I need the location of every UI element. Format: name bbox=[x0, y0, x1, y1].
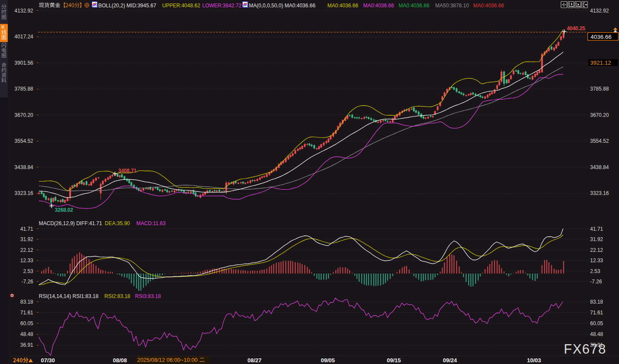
svg-text:3268.02: 3268.02 bbox=[55, 207, 73, 213]
svg-text:3670.20: 3670.20 bbox=[590, 112, 609, 118]
svg-text:MA0:4036.66: MA0:4036.66 bbox=[327, 3, 358, 9]
svg-text:22.12: 22.12 bbox=[590, 247, 603, 253]
svg-text:36.91: 36.91 bbox=[20, 342, 33, 348]
svg-text:10/03: 10/03 bbox=[527, 357, 541, 364]
svg-text:09/24: 09/24 bbox=[443, 357, 457, 364]
svg-text:3438.84: 3438.84 bbox=[15, 164, 34, 170]
svg-text:09/15: 09/15 bbox=[387, 357, 401, 364]
svg-text:MACD(26,12,9) DIFF:41.71: MACD(26,12,9) DIFF:41.71 bbox=[39, 220, 102, 226]
svg-text:3921.12: 3921.12 bbox=[590, 60, 611, 66]
svg-text:36.91: 36.91 bbox=[590, 342, 603, 348]
svg-text:3438.84: 3438.84 bbox=[590, 164, 609, 170]
svg-text:60.05: 60.05 bbox=[590, 320, 603, 326]
svg-text:MA0:4036.66: MA0:4036.66 bbox=[473, 3, 504, 9]
svg-text:2.53: 2.53 bbox=[590, 268, 600, 274]
svg-text:3785.88: 3785.88 bbox=[590, 86, 609, 92]
svg-text:08/27: 08/27 bbox=[248, 357, 262, 364]
svg-text:12.33: 12.33 bbox=[590, 257, 603, 264]
svg-text:3554.52: 3554.52 bbox=[590, 138, 609, 144]
svg-text:BOLL(20,2) MID:3945.67: BOLL(20,2) MID:3945.67 bbox=[98, 3, 156, 9]
svg-text:08/08: 08/08 bbox=[113, 357, 127, 364]
svg-text:LOWER:3842.72: LOWER:3842.72 bbox=[202, 3, 242, 9]
svg-text:31.92: 31.92 bbox=[20, 236, 33, 242]
svg-text:22.12: 22.12 bbox=[20, 247, 33, 253]
svg-text:83.18: 83.18 bbox=[590, 299, 603, 305]
svg-text:MA(0,0,0,50,0) MA0:4036.66: MA(0,0,0,50,0) MA0:4036.66 bbox=[249, 3, 315, 9]
svg-text:41.71: 41.71 bbox=[590, 226, 603, 232]
svg-text:3670.20: 3670.20 bbox=[15, 112, 34, 118]
svg-text:3554.52: 3554.52 bbox=[15, 138, 34, 144]
svg-text:12.33: 12.33 bbox=[20, 257, 33, 264]
svg-text:DEA:35.90: DEA:35.90 bbox=[105, 220, 130, 226]
svg-text:4036.66: 4036.66 bbox=[591, 34, 612, 40]
svg-text:41.71: 41.71 bbox=[20, 226, 33, 232]
svg-text:3785.88: 3785.88 bbox=[15, 86, 34, 92]
svg-text:MA0:4036.66: MA0:4036.66 bbox=[363, 3, 394, 9]
svg-text:48.48: 48.48 bbox=[20, 331, 33, 337]
svg-text:71.61: 71.61 bbox=[590, 310, 603, 316]
svg-text:2.53: 2.53 bbox=[23, 268, 34, 274]
svg-text:4132.92: 4132.92 bbox=[15, 8, 34, 14]
svg-text:RSI3:83.18: RSI3:83.18 bbox=[135, 293, 161, 299]
svg-text:3901.56: 3901.56 bbox=[15, 60, 34, 66]
svg-text:07/30: 07/30 bbox=[41, 357, 55, 364]
svg-text:4040.25: 4040.25 bbox=[567, 25, 585, 31]
svg-text:-7.26: -7.26 bbox=[22, 279, 34, 285]
svg-text:UPPER:4048.62: UPPER:4048.62 bbox=[162, 3, 200, 9]
svg-text:2025/08/12 06:00~10:00: 2025/08/12 06:00~10:00 bbox=[137, 357, 198, 363]
svg-text:4017.24: 4017.24 bbox=[15, 34, 34, 40]
svg-text:RSI(14,14,14) RSI1:83.18: RSI(14,14,14) RSI1:83.18 bbox=[39, 293, 98, 299]
svg-text:4132.92: 4132.92 bbox=[590, 8, 609, 14]
svg-text:09/05: 09/05 bbox=[321, 357, 335, 364]
svg-text:60.05: 60.05 bbox=[20, 320, 33, 326]
svg-text:MA50:3878.10: MA50:3878.10 bbox=[435, 3, 469, 9]
svg-text:71.61: 71.61 bbox=[20, 310, 33, 316]
svg-text:-7.26: -7.26 bbox=[590, 279, 602, 285]
svg-text:RSI2:83.18: RSI2:83.18 bbox=[104, 293, 130, 299]
svg-text:3323.16: 3323.16 bbox=[15, 190, 34, 196]
svg-text:MA0:4036.66: MA0:4036.66 bbox=[399, 3, 430, 9]
svg-text:31.92: 31.92 bbox=[590, 236, 603, 242]
svg-text:48.48: 48.48 bbox=[590, 331, 603, 337]
svg-text:83.18: 83.18 bbox=[20, 299, 33, 305]
svg-text:3408.71: 3408.71 bbox=[118, 168, 137, 174]
svg-text:MACD:11.63: MACD:11.63 bbox=[136, 220, 166, 226]
svg-text:3323.16: 3323.16 bbox=[590, 190, 609, 196]
